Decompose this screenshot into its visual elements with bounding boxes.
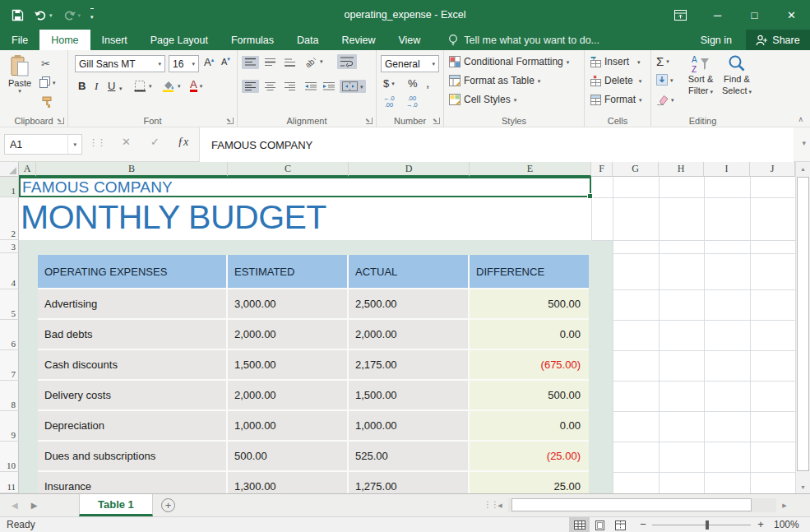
cell-difference[interactable]: 25.00 bbox=[470, 472, 589, 493]
collapse-ribbon-button[interactable]: ∧ bbox=[798, 115, 803, 123]
borders-button[interactable]: ▾ bbox=[134, 80, 152, 92]
new-sheet-button[interactable]: + bbox=[161, 498, 175, 512]
column-header-D[interactable]: D bbox=[349, 162, 470, 177]
minimize-button[interactable]: ─ bbox=[699, 0, 736, 30]
cell-estimated[interactable]: 1,500.00 bbox=[228, 350, 349, 381]
column-header-J[interactable]: J bbox=[750, 162, 795, 177]
sheet-tab-table1[interactable]: Table 1 bbox=[79, 494, 153, 516]
comma-style-button[interactable]: , bbox=[426, 76, 429, 90]
font-name-combobox[interactable]: Gill Sans MT▾ bbox=[75, 55, 165, 72]
header-difference[interactable]: DIFFERENCE bbox=[470, 255, 589, 289]
dialog-launcher-icon[interactable] bbox=[433, 118, 440, 124]
cell-a2-budget-title[interactable]: MONTHLY BUDGET bbox=[21, 198, 326, 236]
dialog-launcher-icon[interactable] bbox=[227, 118, 234, 124]
cell-expense-label[interactable]: Insurance bbox=[38, 472, 228, 493]
increase-decimal-button[interactable]: ←.0 .00 bbox=[383, 95, 395, 109]
top-align-button[interactable] bbox=[242, 56, 259, 69]
insert-cells-button[interactable]: Insert▾ bbox=[590, 56, 641, 67]
conditional-formatting-button[interactable]: Conditional Formatting▾ bbox=[449, 56, 569, 67]
cell-difference[interactable]: 0.00 bbox=[470, 320, 589, 350]
cell-actual[interactable]: 1,275.00 bbox=[349, 472, 470, 493]
cell-estimated[interactable]: 2,000.00 bbox=[228, 381, 349, 411]
merge-center-button[interactable]: ▾ bbox=[340, 80, 366, 93]
cell-difference[interactable]: 0.00 bbox=[470, 411, 589, 442]
tab-review[interactable]: Review bbox=[330, 30, 386, 50]
page-break-view-button[interactable] bbox=[610, 517, 631, 532]
font-size-combobox[interactable]: 16▾ bbox=[169, 55, 199, 72]
zoom-in-button[interactable]: + bbox=[754, 517, 767, 532]
row-header-1[interactable]: 1 bbox=[0, 177, 19, 197]
row-header-4[interactable]: 4 bbox=[0, 253, 19, 289]
tab-page-layout[interactable]: Page Layout bbox=[139, 30, 220, 50]
row-header-2[interactable]: 2 bbox=[0, 197, 19, 240]
fill-button[interactable]: ▾ bbox=[656, 74, 673, 86]
row-header-5[interactable]: 5 bbox=[0, 289, 19, 320]
column-header-A[interactable]: A bbox=[19, 162, 36, 177]
accounting-format-button[interactable]: $▾ bbox=[383, 77, 395, 90]
cell-expense-label[interactable]: Advertising bbox=[38, 289, 228, 320]
name-box[interactable]: A1▾ bbox=[4, 134, 82, 155]
column-header-E[interactable]: E bbox=[470, 162, 591, 177]
format-as-table-button[interactable]: Format as Table▾ bbox=[449, 75, 540, 86]
cell-expense-label[interactable]: Depreciation bbox=[38, 411, 228, 442]
cell-actual[interactable]: 525.00 bbox=[349, 442, 470, 472]
find-select-button[interactable]: Find & Select bbox=[720, 54, 753, 97]
chevron-down-icon[interactable]: ▾ bbox=[119, 86, 123, 91]
bold-button[interactable]: B bbox=[78, 80, 86, 92]
cell-expense-label[interactable]: Delivery costs bbox=[38, 381, 228, 411]
underline-button[interactable]: U bbox=[108, 80, 115, 92]
header-operating-expenses[interactable]: OPERATING EXPENSES bbox=[38, 255, 228, 289]
row-header-6[interactable]: 6 bbox=[0, 320, 19, 350]
cell-expense-label[interactable]: Dues and subscriptions bbox=[38, 442, 228, 472]
ribbon-display-options-button[interactable] bbox=[662, 0, 699, 30]
dialog-launcher-icon[interactable] bbox=[366, 118, 373, 124]
grow-font-button[interactable]: A▴ bbox=[204, 56, 214, 68]
delete-cells-button[interactable]: Delete▾ bbox=[590, 75, 641, 86]
tab-home[interactable]: Home bbox=[39, 30, 90, 50]
tab-formulas[interactable]: Formulas bbox=[220, 30, 285, 50]
zoom-slider-track[interactable] bbox=[652, 525, 751, 525]
cell-estimated[interactable]: 3,000.00 bbox=[228, 289, 349, 320]
paste-button[interactable]: Paste ▾ bbox=[3, 54, 36, 94]
header-actual[interactable]: ACTUAL bbox=[349, 255, 470, 289]
tab-data[interactable]: Data bbox=[285, 30, 330, 50]
cell-difference[interactable]: (25.00) bbox=[470, 442, 589, 472]
tab-file[interactable]: File bbox=[0, 30, 39, 50]
scroll-left-icon[interactable]: ◀ bbox=[493, 498, 507, 512]
copy-button[interactable]: ▾ bbox=[39, 76, 56, 88]
column-header-I[interactable]: I bbox=[704, 162, 750, 177]
select-all-corner[interactable] bbox=[0, 162, 19, 177]
cancel-button[interactable]: ✕ bbox=[122, 136, 131, 148]
number-format-combobox[interactable]: General▾ bbox=[381, 55, 439, 72]
cell-difference[interactable]: 500.00 bbox=[470, 289, 589, 320]
cell-styles-button[interactable]: Cell Styles▾ bbox=[449, 94, 516, 105]
autosum-button[interactable]: Σ▾ bbox=[656, 55, 669, 67]
cell-expense-label[interactable]: Cash discounts bbox=[38, 350, 228, 381]
tab-view[interactable]: View bbox=[386, 30, 432, 50]
row-header-9[interactable]: 9 bbox=[0, 411, 19, 442]
page-layout-view-button[interactable] bbox=[590, 517, 610, 532]
orientation-button[interactable]: ab▾ bbox=[303, 55, 323, 67]
center-button[interactable] bbox=[262, 80, 279, 93]
wrap-text-button[interactable] bbox=[337, 54, 357, 69]
column-header-G[interactable]: G bbox=[613, 162, 659, 177]
column-header-F[interactable]: F bbox=[591, 162, 613, 177]
horizontal-scrollbar[interactable] bbox=[508, 498, 776, 512]
scroll-down-icon[interactable]: ▼ bbox=[796, 480, 810, 493]
spreadsheet-grid[interactable]: ABCDEFGHIJ 1234567891011 FAMOUS COMPANY … bbox=[0, 162, 810, 493]
cut-button[interactable]: ✂ bbox=[41, 58, 50, 70]
cell-actual[interactable]: 1,000.00 bbox=[349, 411, 470, 442]
shrink-font-button[interactable]: A▾ bbox=[221, 56, 230, 67]
cell-estimated[interactable]: 1,000.00 bbox=[228, 411, 349, 442]
row-header-7[interactable]: 7 bbox=[0, 350, 19, 381]
vertical-scrollbar-thumb[interactable] bbox=[797, 177, 809, 471]
font-color-button[interactable]: A▾ bbox=[190, 79, 202, 92]
dialog-launcher-icon[interactable] bbox=[58, 118, 64, 124]
cell-actual[interactable]: 2,175.00 bbox=[349, 350, 470, 381]
normal-view-button[interactable] bbox=[569, 517, 590, 532]
insert-function-button[interactable]: ƒx bbox=[178, 136, 188, 149]
fill-color-button[interactable]: ▾ bbox=[161, 79, 181, 92]
format-painter-button[interactable] bbox=[41, 96, 53, 109]
cell-difference[interactable]: 500.00 bbox=[470, 381, 589, 411]
zoom-level[interactable]: 100% bbox=[774, 517, 799, 532]
